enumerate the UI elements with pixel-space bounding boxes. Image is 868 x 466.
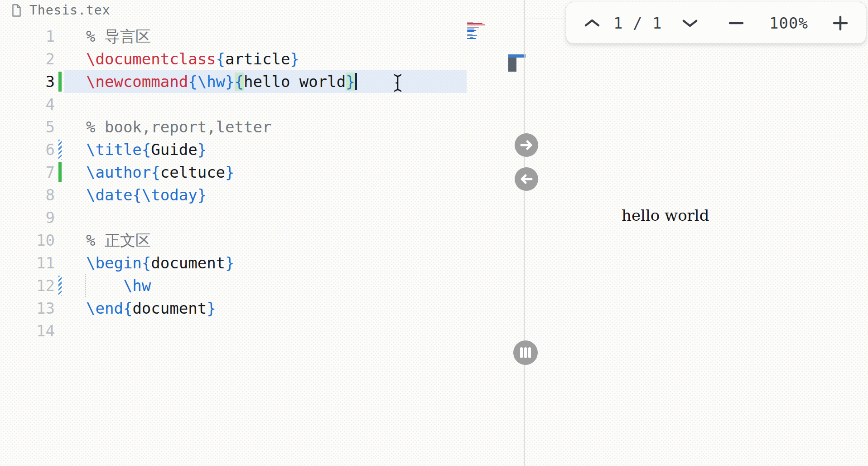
token: }: [198, 186, 207, 204]
token: % 导言区: [86, 27, 151, 45]
matched-brace: }: [346, 73, 355, 91]
minimap[interactable]: [467, 22, 493, 39]
line-number: 10: [17, 229, 55, 252]
minimap-line: [467, 30, 476, 31]
token: \author: [86, 163, 151, 181]
matched-brace: {: [235, 73, 244, 91]
minimap-line: [467, 24, 485, 25]
token: \today: [142, 186, 198, 204]
gutter-marker-modified: [58, 276, 62, 296]
line-number: 3: [17, 70, 55, 93]
pdf-preview-pane: hello world: [525, 0, 868, 466]
code-text: \author{celtuce}: [86, 161, 235, 184]
code-text: \title{Guide}: [86, 138, 207, 161]
code-line-11[interactable]: 11\begin{document}: [0, 252, 524, 274]
token: }: [225, 254, 234, 272]
token: Guide: [151, 141, 197, 159]
minimap-line: [467, 27, 479, 28]
token: \documentclass: [86, 50, 216, 68]
minimap-line: [467, 23, 482, 24]
code-editor[interactable]: 1% 导言区2\documentclass{article}3\newcomma…: [0, 25, 524, 342]
token: \end: [86, 299, 123, 317]
token: {: [151, 163, 160, 181]
code-text: % 导言区: [86, 25, 151, 48]
code-text: \documentclass{article}: [86, 48, 299, 70]
minimap-line: [467, 22, 473, 23]
line-number: 1: [17, 25, 55, 48]
code-text: % 正文区: [86, 229, 151, 252]
token: hello world: [244, 73, 346, 91]
gutter-marker-modified: [58, 140, 62, 160]
code-line-2[interactable]: 2\documentclass{article}: [0, 48, 524, 70]
token: document: [151, 254, 225, 272]
token: {: [132, 186, 141, 204]
chevron-down-icon: [681, 18, 699, 28]
file-tab[interactable]: Thesis.tex: [12, 3, 111, 18]
token: {: [123, 299, 132, 317]
minus-icon: [728, 15, 744, 31]
mouse-ibeam-cursor: [394, 73, 402, 94]
pdf-toolbar: 1 / 1 100%: [566, 2, 866, 44]
code-line-9[interactable]: 9: [0, 206, 524, 229]
line-number: 9: [17, 206, 55, 229]
zoom-out-button[interactable]: [728, 2, 744, 44]
code-line-3[interactable]: 3\newcommand{\hw}{hello world}: [0, 70, 524, 93]
plus-icon: [833, 15, 848, 31]
token: {: [188, 73, 197, 91]
file-tab-label: Thesis.tex: [29, 3, 111, 18]
code-line-10[interactable]: 10% 正文区: [0, 229, 524, 252]
token: % 正文区: [86, 231, 151, 249]
code-line-14[interactable]: 14: [0, 320, 524, 342]
line-number: 6: [17, 138, 55, 161]
minimap-line: [467, 31, 474, 32]
token: {: [142, 141, 151, 159]
token: article: [225, 50, 290, 68]
zoom-in-button[interactable]: [833, 2, 848, 44]
zoom-level-value: 100%: [769, 14, 808, 32]
code-text: \begin{document}: [86, 252, 235, 274]
minimap-line: [467, 34, 473, 35]
code-line-13[interactable]: 13\end{document}: [0, 297, 524, 320]
line-number: 14: [17, 320, 55, 342]
code-text: \date{\today}: [86, 184, 207, 206]
minimap-line: [467, 35, 477, 36]
code-line-6[interactable]: 6\title{Guide}: [0, 138, 524, 161]
page-indicator: 1 / 1: [613, 14, 662, 32]
token: {: [216, 50, 225, 68]
code-line-1[interactable]: 1% 导言区: [0, 25, 524, 48]
token: \date: [86, 186, 132, 204]
code-text: \hw: [86, 274, 151, 297]
token: }: [207, 299, 216, 317]
code-line-8[interactable]: 8\date{\today}: [0, 184, 524, 206]
chevron-up-icon: [583, 18, 601, 28]
line-number: 11: [17, 252, 55, 274]
token: % book,report,letter: [86, 118, 271, 136]
token: \newcommand: [86, 73, 188, 91]
token: \hw: [198, 73, 225, 91]
token: \begin: [86, 254, 142, 272]
gutter-marker-added: [58, 162, 62, 182]
token: }: [225, 163, 234, 181]
previous-page-button[interactable]: [583, 2, 601, 44]
line-number: 4: [17, 93, 55, 116]
line-number: 5: [17, 116, 55, 138]
token: \hw: [86, 277, 151, 295]
token: }: [290, 50, 299, 68]
minimap-line: [467, 38, 476, 39]
code-line-4[interactable]: 4: [0, 93, 524, 116]
code-text: \newcommand{\hw}{hello world}: [86, 70, 357, 93]
token: \title: [86, 141, 142, 159]
code-line-12[interactable]: 12 \hw: [0, 274, 524, 297]
pdf-rendered-text: hello world: [622, 206, 709, 224]
text-cursor: [355, 73, 357, 90]
code-line-7[interactable]: 7\author{celtuce}: [0, 161, 524, 184]
code-text: \end{document}: [86, 297, 216, 320]
next-page-button[interactable]: [681, 2, 699, 44]
token: {: [142, 254, 151, 272]
line-number: 12: [17, 274, 55, 297]
code-line-5[interactable]: 5% book,report,letter: [0, 116, 524, 138]
line-number: 7: [17, 161, 55, 184]
minimap-line: [467, 29, 474, 29]
line-number: 2: [17, 48, 55, 70]
scrollbar-thumb[interactable]: [508, 58, 516, 72]
